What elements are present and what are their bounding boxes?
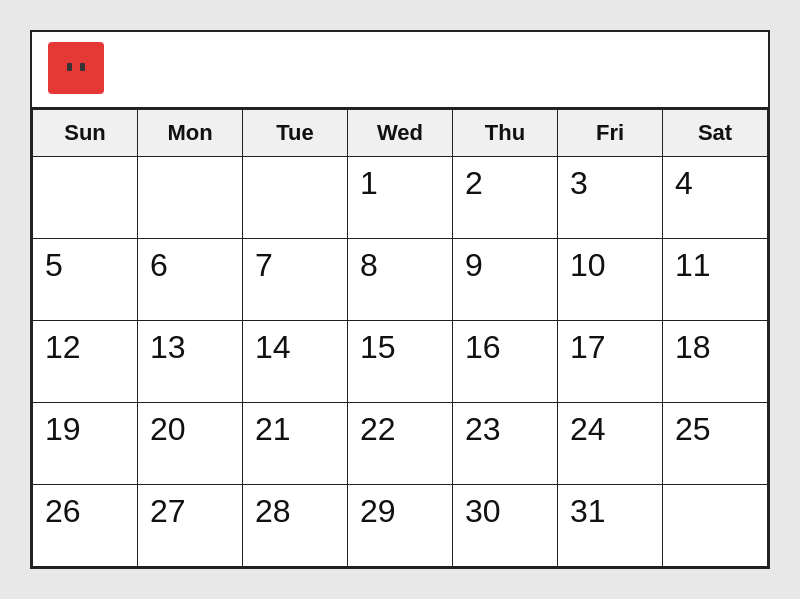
calendar-day-empty xyxy=(243,157,348,239)
calendar-day-2: 2 xyxy=(453,157,558,239)
calendar-day-28: 28 xyxy=(243,485,348,567)
calendar-day-11: 11 xyxy=(663,239,768,321)
calendar-day-26: 26 xyxy=(33,485,138,567)
weekday-header-thu: Thu xyxy=(453,110,558,157)
calendar-day-21: 21 xyxy=(243,403,348,485)
logo-box xyxy=(48,42,104,94)
weekday-header-fri: Fri xyxy=(558,110,663,157)
calendar-week-3: 19202122232425 xyxy=(33,403,768,485)
calendar-day-5: 5 xyxy=(33,239,138,321)
weekday-header-tue: Tue xyxy=(243,110,348,157)
calendar-header xyxy=(32,32,768,109)
calendar-day-6: 6 xyxy=(138,239,243,321)
calendar-day-15: 15 xyxy=(348,321,453,403)
weekday-header-row: SunMonTueWedThuFriSat xyxy=(33,110,768,157)
calendar-day-empty xyxy=(663,485,768,567)
logo-dot-left xyxy=(67,63,72,71)
calendar-day-empty xyxy=(138,157,243,239)
calendar-day-16: 16 xyxy=(453,321,558,403)
calendar-day-10: 10 xyxy=(558,239,663,321)
weekday-header-sat: Sat xyxy=(663,110,768,157)
calendar-day-9: 9 xyxy=(453,239,558,321)
calendar: SunMonTueWedThuFriSat 123456789101112131… xyxy=(30,30,770,569)
calendar-day-24: 24 xyxy=(558,403,663,485)
calendar-day-empty xyxy=(33,157,138,239)
calendar-day-1: 1 xyxy=(348,157,453,239)
calendar-day-7: 7 xyxy=(243,239,348,321)
calendar-day-18: 18 xyxy=(663,321,768,403)
calendar-day-31: 31 xyxy=(558,485,663,567)
calendar-day-27: 27 xyxy=(138,485,243,567)
weekday-header-mon: Mon xyxy=(138,110,243,157)
calendar-day-30: 30 xyxy=(453,485,558,567)
calendar-week-0: 1234 xyxy=(33,157,768,239)
calendar-day-4: 4 xyxy=(663,157,768,239)
calendar-day-19: 19 xyxy=(33,403,138,485)
calendar-day-12: 12 xyxy=(33,321,138,403)
calendar-day-13: 13 xyxy=(138,321,243,403)
calendar-day-25: 25 xyxy=(663,403,768,485)
calendar-week-4: 262728293031 xyxy=(33,485,768,567)
calendar-day-22: 22 xyxy=(348,403,453,485)
calendar-week-1: 567891011 xyxy=(33,239,768,321)
calendar-week-2: 12131415161718 xyxy=(33,321,768,403)
weekday-header-wed: Wed xyxy=(348,110,453,157)
calendar-day-20: 20 xyxy=(138,403,243,485)
weekday-header-sun: Sun xyxy=(33,110,138,157)
calendar-table: SunMonTueWedThuFriSat 123456789101112131… xyxy=(32,109,768,567)
calendar-day-29: 29 xyxy=(348,485,453,567)
logo-top-dots xyxy=(67,63,85,71)
calendar-day-23: 23 xyxy=(453,403,558,485)
calendar-day-3: 3 xyxy=(558,157,663,239)
logo-container xyxy=(48,42,108,97)
logo-dot-right xyxy=(80,63,85,71)
calendar-day-8: 8 xyxy=(348,239,453,321)
calendar-day-14: 14 xyxy=(243,321,348,403)
calendar-day-17: 17 xyxy=(558,321,663,403)
